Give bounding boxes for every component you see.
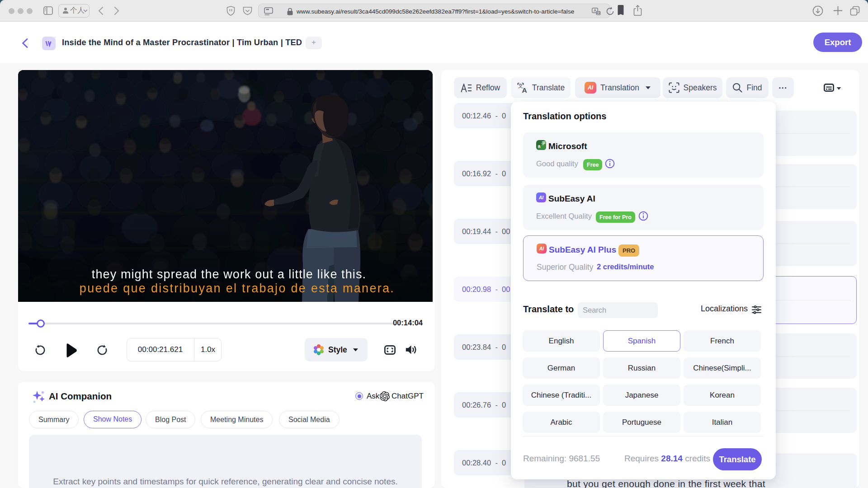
svg-text:A: A [594,8,596,13]
svg-text:a: a [538,143,540,149]
svg-text:文: 文 [597,11,600,15]
svg-text:A: A [522,86,527,94]
